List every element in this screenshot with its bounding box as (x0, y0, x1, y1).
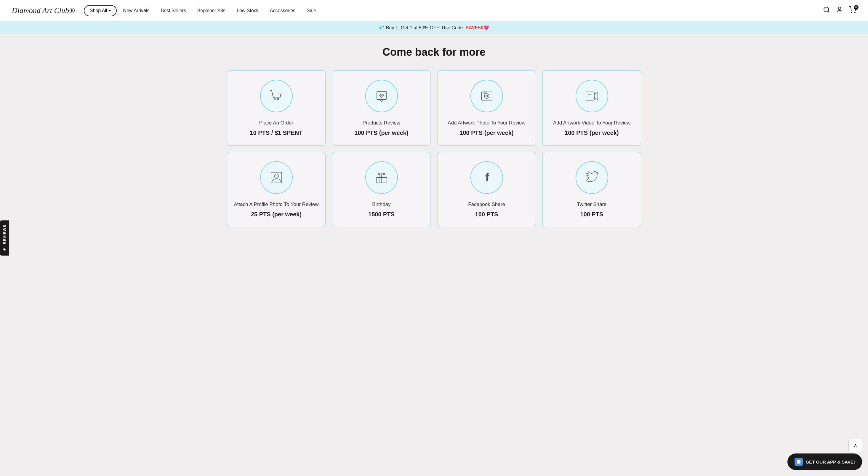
reward-pts: 1500 PTS (368, 211, 395, 218)
nav-sale[interactable]: Sale (302, 6, 321, 16)
place-order-icon-circle (260, 80, 293, 112)
twitter-icon (584, 170, 599, 185)
svg-point-6 (277, 98, 279, 100)
svg-rect-11 (484, 92, 486, 94)
reward-label: Products Review (363, 119, 401, 126)
cart-icon (269, 88, 284, 104)
reward-label: Add Artwork Video To Your Review (553, 119, 630, 126)
reward-label: Twitter Share (577, 201, 607, 208)
chevron-up-icon: ∧ (854, 442, 857, 449)
svg-rect-25 (797, 460, 801, 464)
reward-card-facebook-share[interactable]: f Facebook Share 100 PTS (437, 152, 536, 227)
page-title: Come back for more (18, 46, 850, 58)
cart-icon[interactable]: 0 (849, 6, 856, 15)
nav-best-sellers[interactable]: Best Sellers (156, 6, 190, 16)
promo-text: 💎 Buy 1, Get 1 at 50% OFF! Use Code: (379, 25, 465, 30)
svg-point-3 (851, 12, 852, 13)
artwork-video-icon-circle (576, 80, 608, 112)
products-review-icon-circle (365, 80, 398, 112)
reward-card-products-review[interactable]: Products Review 100 PTS (per week) (332, 70, 431, 146)
svg-point-21 (378, 173, 380, 175)
app-icon (795, 457, 803, 466)
reward-card-birthday[interactable]: Birthday 1500 PTS (332, 152, 431, 227)
reward-pts: 100 PTS (per week) (565, 129, 619, 136)
nav-low-stock[interactable]: Low Stock (232, 6, 264, 16)
artwork-photo-icon-circle (470, 80, 503, 112)
review-icon (374, 88, 389, 104)
nav-accessories[interactable]: Accessories (265, 6, 300, 16)
svg-point-0 (824, 7, 829, 12)
reviews-sidebar[interactable]: ★ REVIEWS (0, 220, 9, 256)
reward-card-artwork-video[interactable]: Add Artwork Video To Your Review 100 PTS… (542, 70, 641, 146)
reward-pts: 100 PTS (per week) (354, 129, 408, 136)
chevron-down-icon: ▾ (109, 8, 111, 13)
twitter-icon-circle (576, 161, 608, 194)
reward-pts: 100 PTS (475, 211, 498, 218)
birthday-icon-circle (365, 161, 398, 194)
reward-card-artwork-photo[interactable]: Add Artwork Photo To Your Review 100 PTS… (437, 70, 536, 146)
cart-count: 0 (854, 5, 859, 10)
svg-point-4 (855, 12, 855, 13)
main-content: Come back for more Place An Order 10 PTS… (0, 34, 868, 239)
profile-icon (269, 170, 284, 185)
promo-banner: 💎 Buy 1, Get 1 at 50% OFF! Use Code: SAV… (0, 21, 868, 34)
main-nav: Shop All ▾ New Arrivals Best Sellers Beg… (84, 5, 823, 16)
birthday-icon (374, 170, 389, 185)
header-icons: 0 (823, 6, 856, 15)
reward-pts: 100 PTS (580, 211, 603, 218)
svg-point-22 (381, 173, 382, 175)
promo-code: SAVE50 (465, 25, 483, 30)
nav-beginner-kits[interactable]: Beginner Kits (192, 6, 230, 16)
reward-label: Place An Order (259, 119, 293, 126)
reward-card-twitter-share[interactable]: Twitter Share 100 PTS (542, 152, 641, 227)
svg-point-16 (274, 174, 278, 178)
reward-label: Attach A Profile Photo To Your Review (234, 201, 318, 208)
reward-pts: 10 PTS / $1 SPENT (250, 129, 303, 136)
reward-label: Facebook Share (468, 201, 505, 208)
svg-point-9 (484, 94, 489, 98)
svg-text:f: f (486, 171, 489, 183)
reward-card-place-order[interactable]: Place An Order 10 PTS / $1 SPENT (227, 70, 326, 146)
reward-label: Add Artwork Photo To Your Review (447, 119, 525, 126)
reviews-label: REVIEWS (2, 225, 7, 244)
scroll-up-button[interactable]: ∧ (848, 439, 862, 452)
rewards-grid: Place An Order 10 PTS / $1 SPENT Product… (227, 70, 641, 227)
svg-point-23 (383, 173, 384, 175)
site-logo[interactable]: Diamond Art Club® (12, 6, 75, 15)
site-header: Diamond Art Club® Shop All ▾ New Arrival… (0, 0, 868, 21)
facebook-icon: f (479, 170, 494, 185)
reward-pts: 25 PTS (per week) (251, 211, 302, 218)
reward-card-profile-photo[interactable]: Attach A Profile Photo To Your Review 25… (227, 152, 326, 227)
star-icon: ★ (2, 246, 7, 251)
promo-emoji: 💗 (484, 25, 489, 30)
svg-rect-8 (482, 92, 492, 100)
svg-point-10 (486, 95, 488, 97)
reward-pts: 100 PTS (per week) (460, 129, 514, 136)
account-icon[interactable] (836, 6, 843, 15)
nav-new-arrivals[interactable]: New Arrivals (119, 6, 154, 16)
photo-icon (479, 88, 494, 104)
search-icon[interactable] (823, 6, 830, 15)
svg-line-1 (828, 11, 829, 12)
app-banner-label: GET OUR APP & SAVE! (806, 459, 855, 465)
app-download-banner[interactable]: GET OUR APP & SAVE! (787, 453, 862, 470)
shop-all-button[interactable]: Shop All ▾ (84, 5, 117, 16)
svg-point-2 (838, 7, 841, 9)
reward-label: Birthday (372, 201, 391, 208)
facebook-icon-circle: f (470, 161, 503, 194)
video-icon (584, 88, 599, 104)
profile-photo-icon-circle (260, 161, 293, 194)
svg-point-5 (274, 98, 275, 100)
